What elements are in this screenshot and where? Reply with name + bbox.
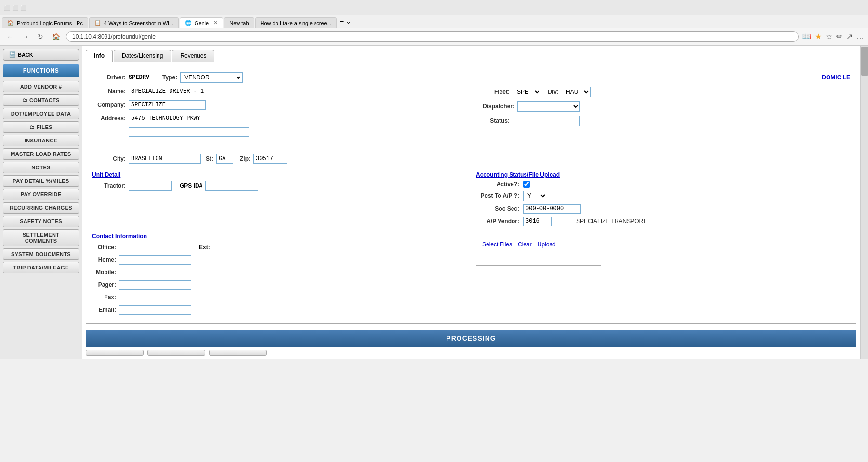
clear-link[interactable]: Clear bbox=[518, 241, 532, 248]
bottom-btn1[interactable] bbox=[86, 350, 144, 356]
dot-employee-btn[interactable]: DOT/EMPLOYEE DATA bbox=[3, 108, 79, 119]
tractor-input[interactable] bbox=[129, 181, 172, 191]
scrollbar-thumb[interactable] bbox=[861, 47, 868, 76]
contact-info-link[interactable]: Contact Information bbox=[92, 233, 466, 240]
tab-screenshot[interactable]: 📋 4 Ways to Screenshot in Wi... bbox=[89, 17, 179, 28]
ap-vendor-name: SPECIALIZE TRANSPORT bbox=[576, 218, 646, 225]
fleet-select[interactable]: SPE bbox=[513, 87, 541, 97]
trip-data-btn[interactable]: TRIP DATA/MILEAGE bbox=[3, 262, 79, 273]
close-icon[interactable]: ✕ bbox=[213, 20, 218, 26]
contacts-btn[interactable]: 🗂 CONTACTS bbox=[3, 94, 79, 106]
refresh-btn[interactable]: ↻ bbox=[35, 32, 46, 41]
browser-action-icons: 📖 ★ ☆ ✏ ↗ … bbox=[802, 32, 864, 41]
dispatcher-row: Dispatcher: bbox=[476, 101, 850, 112]
address-bar[interactable] bbox=[66, 31, 799, 42]
office-row: Office: Ext: bbox=[92, 243, 466, 252]
active-checkbox[interactable] bbox=[523, 181, 530, 188]
insurance-btn[interactable]: INSURANCE bbox=[3, 135, 79, 146]
favorites-icon[interactable]: ☆ bbox=[826, 32, 832, 41]
share-icon[interactable]: ↗ bbox=[846, 32, 853, 41]
dispatcher-label: Dispatcher: bbox=[476, 103, 514, 110]
pay-detail-btn[interactable]: PAY DETAIL %/MILES bbox=[3, 175, 79, 187]
select-files-link[interactable]: Select Files bbox=[482, 241, 512, 248]
menu-icon[interactable]: … bbox=[856, 32, 864, 41]
email-input[interactable] bbox=[119, 305, 191, 315]
domicile-link[interactable]: DOMICILE bbox=[822, 74, 850, 81]
tractor-row: Tractor: GPS ID# bbox=[92, 181, 466, 191]
functions-title: FUNCTIONS bbox=[3, 64, 79, 77]
soc-sec-input[interactable] bbox=[523, 204, 581, 214]
post-ap-label: Post To A/P ?: bbox=[476, 192, 519, 199]
file-upload-col: Select Files Clear Upload bbox=[476, 233, 850, 318]
form-panel: Driver: SPEDRV Type: VENDOR EMPLOYEE OWN… bbox=[86, 66, 856, 324]
tab-genie[interactable]: 🌐 Genie ✕ bbox=[180, 17, 223, 28]
mobile-input[interactable] bbox=[119, 268, 191, 277]
pen-icon[interactable]: ✏ bbox=[836, 32, 842, 41]
tab-screenshot2[interactable]: How do I take a single scree... bbox=[255, 17, 337, 28]
status-label: Status: bbox=[476, 117, 510, 124]
company-input[interactable] bbox=[129, 100, 206, 110]
gps-input[interactable] bbox=[205, 181, 258, 191]
tab-dates-licensing[interactable]: Dates/Licensing bbox=[114, 50, 171, 62]
home-input[interactable] bbox=[119, 255, 191, 265]
tab-profound-logic[interactable]: 🏠 Profound Logic Forums - Pc bbox=[2, 17, 88, 28]
system-docs-btn[interactable]: SYSTEM DOUCMENTS bbox=[3, 248, 79, 260]
pay-override-btn[interactable]: PAY OVERRIDE bbox=[3, 189, 79, 200]
address-input3[interactable] bbox=[129, 141, 249, 150]
ap-vendor-input[interactable] bbox=[523, 217, 547, 226]
dispatcher-select[interactable] bbox=[517, 101, 580, 112]
fax-label: Fax: bbox=[92, 294, 116, 301]
mobile-label: Mobile: bbox=[92, 269, 116, 276]
unit-detail-link[interactable]: Unit Detail bbox=[92, 171, 466, 178]
city-label: City: bbox=[92, 155, 126, 162]
tab-chevron[interactable]: ⌄ bbox=[346, 17, 352, 28]
bookmark-icon[interactable]: ★ bbox=[815, 32, 822, 41]
fax-input[interactable] bbox=[119, 293, 191, 302]
driver-row: Driver: SPEDRV Type: VENDOR EMPLOYEE OWN… bbox=[92, 72, 850, 83]
email-row: Email: bbox=[92, 305, 466, 315]
pager-input[interactable] bbox=[119, 280, 191, 290]
tab-info[interactable]: Info bbox=[86, 50, 113, 62]
office-input[interactable] bbox=[119, 243, 191, 252]
zip-input[interactable] bbox=[253, 154, 287, 164]
post-ap-select[interactable]: Y N bbox=[523, 191, 547, 201]
city-input[interactable] bbox=[129, 154, 201, 164]
new-tab-btn[interactable]: + bbox=[340, 17, 344, 28]
upload-link[interactable]: Upload bbox=[538, 241, 556, 248]
ext-input[interactable] bbox=[213, 243, 251, 252]
contact-fileupload-layout: Contact Information Office: Ext: Home: bbox=[92, 233, 850, 318]
content-area: Info Dates/Licensing Revenues Driver: SP… bbox=[82, 46, 860, 359]
add-vendor-btn[interactable]: ADD VENDOR # bbox=[3, 81, 79, 92]
address-row3 bbox=[92, 141, 466, 150]
bottom-btn3[interactable] bbox=[209, 350, 267, 356]
address-input1[interactable] bbox=[129, 114, 249, 123]
home-btn[interactable]: 🏠 bbox=[49, 32, 63, 41]
back-button[interactable]: 🔙 BACK bbox=[3, 49, 79, 61]
tab-new[interactable]: New tab bbox=[224, 17, 254, 28]
forward-nav-btn[interactable]: → bbox=[19, 32, 32, 41]
address-row1: Address: bbox=[92, 114, 466, 123]
settlement-comments-btn[interactable]: SETTLEMENT COMMENTS bbox=[3, 229, 79, 246]
name-input[interactable] bbox=[129, 87, 249, 96]
window-controls: ⬜ ⬜ ⬜ bbox=[4, 5, 27, 11]
notes-btn[interactable]: NOTES bbox=[3, 162, 79, 173]
address-input2[interactable] bbox=[129, 127, 249, 137]
recurring-charges-btn[interactable]: RECURRING CHARGES bbox=[3, 202, 79, 214]
master-load-rates-btn[interactable]: MASTER LOAD RATES bbox=[3, 148, 79, 160]
address-label: Address: bbox=[92, 115, 126, 122]
state-input[interactable] bbox=[216, 154, 233, 164]
back-nav-btn[interactable]: ← bbox=[4, 32, 16, 41]
type-select[interactable]: VENDOR EMPLOYEE OWNER-OP bbox=[180, 72, 243, 83]
bottom-btn2[interactable] bbox=[147, 350, 205, 356]
scrollbar bbox=[860, 46, 868, 359]
status-select[interactable] bbox=[513, 116, 580, 126]
reading-view-icon[interactable]: 📖 bbox=[802, 32, 811, 41]
safety-notes-btn[interactable]: SAFETY NOTES bbox=[3, 216, 79, 227]
div-select[interactable]: HAU bbox=[562, 87, 591, 97]
back-arrow-icon: 🔙 bbox=[9, 51, 16, 58]
ap-vendor-extra-input[interactable] bbox=[551, 217, 570, 226]
accounting-status-link[interactable]: Accounting Status/File Upload bbox=[476, 171, 850, 178]
soc-sec-label: Soc Sec: bbox=[476, 205, 519, 212]
files-btn[interactable]: 🗂 FILES bbox=[3, 121, 79, 133]
tab-revenues[interactable]: Revenues bbox=[172, 50, 214, 62]
